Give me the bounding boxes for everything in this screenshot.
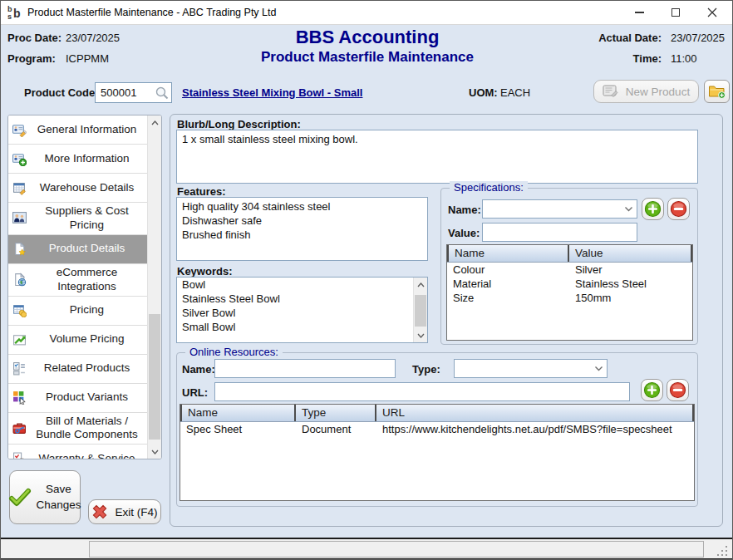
keyword-item[interactable]: Bowl — [177, 278, 413, 292]
svg-text:s: s — [7, 12, 12, 21]
scroll-down-icon[interactable] — [148, 445, 161, 458]
column-header[interactable]: Name — [447, 245, 569, 262]
sidebar-item-label: Suppliers & Cost Pricing — [8, 203, 147, 234]
maximize-button[interactable] — [661, 1, 691, 24]
folder-add-icon — [708, 83, 726, 100]
resource-add-button[interactable] — [641, 379, 663, 401]
sidebar-item-volume-pricing[interactable]: Volume Pricing — [8, 326, 147, 355]
close-button[interactable] — [697, 1, 727, 24]
column-header[interactable]: Value — [569, 245, 692, 262]
table-cell: Silver — [569, 263, 692, 277]
sidebar-item-ecommerce-integrations[interactable]: eCommerce Integrations — [8, 264, 147, 297]
resource-remove-button[interactable] — [667, 379, 689, 401]
resource-url-input[interactable] — [214, 382, 630, 401]
uom-value: EACH — [500, 86, 530, 99]
remove-icon — [669, 381, 686, 399]
keyword-item[interactable]: Stainless Steel Bowl — [177, 292, 413, 306]
table-row[interactable]: Spec SheetDocumenthttps://www.kitchendel… — [180, 422, 694, 436]
sidebar-item-more-information[interactable]: More Information — [8, 145, 147, 174]
sidebar-scrollbar[interactable] — [147, 115, 161, 459]
blurb-textarea[interactable]: 1 x small stainless steel mixing bowl. — [176, 130, 698, 184]
new-product-button[interactable]: New Product — [593, 80, 699, 103]
sidebar-item-label: Warranty & Service — [8, 450, 147, 459]
proc-date-value: 23/07/2025 — [66, 32, 120, 44]
sidebar-item-label: eCommerce Integrations — [8, 264, 147, 296]
sidebar-item-label: General Information — [8, 121, 147, 139]
scrollbar-thumb[interactable] — [149, 314, 160, 440]
scrollbar-thumb[interactable] — [415, 295, 426, 327]
specifications-group: Specifications: Name: Value: NameValueCo… — [440, 188, 698, 345]
sidebar-item-label: More Information — [8, 150, 147, 168]
sidebar-item-warehouse-details[interactable]: Warehouse Details — [8, 174, 147, 203]
sidebar-item-bill-of-materials-bundle-components[interactable]: Bill of Materials / Bundle Components — [8, 413, 147, 445]
sidebar-item-label: Product Variants — [8, 389, 147, 406]
scroll-up-icon[interactable] — [414, 278, 427, 291]
save-changes-button[interactable]: Save Changes — [9, 470, 81, 524]
save-changes-label: Save Changes — [36, 482, 81, 512]
resource-name-label: Name: — [182, 363, 215, 376]
keywords-scrollbar[interactable] — [413, 278, 427, 342]
table-cell: Document — [296, 422, 376, 436]
page-globe-icon — [12, 273, 27, 287]
sidebar-item-related-products[interactable]: Related Products — [8, 355, 147, 384]
resize-grip[interactable] — [716, 545, 727, 556]
card-edit-icon — [12, 123, 27, 137]
specifications-table[interactable]: NameValueColourSilverMaterialStainless S… — [446, 244, 693, 341]
exit-button[interactable]: Exit (F4) — [88, 499, 161, 524]
features-label: Features: — [177, 185, 226, 198]
spec-add-button[interactable] — [642, 198, 664, 220]
keywords-listbox[interactable]: BowlStainless Steel BowlSilver BowlSmall… — [176, 277, 428, 343]
sidebar-item-label: Volume Pricing — [8, 331, 147, 348]
sidebar-item-label: Pricing — [8, 302, 147, 319]
features-textarea[interactable]: High quality 304 stainless steel Dishwas… — [176, 197, 428, 261]
table-row[interactable]: MaterialStainless Steel — [447, 277, 692, 291]
warranty-stamp-icon — [12, 452, 27, 459]
table-cell: Spec Sheet — [180, 422, 296, 436]
maximize-icon — [672, 8, 680, 17]
suppliers-icon — [12, 211, 27, 225]
column-header[interactable]: Type — [296, 405, 376, 421]
open-folder-button[interactable] — [704, 80, 730, 103]
keyword-item[interactable]: Small Bowl — [177, 320, 413, 334]
product-description-link[interactable]: Stainless Steel Mixing Bowl - Small — [182, 86, 362, 99]
time-value: 11:00 — [671, 52, 697, 65]
sidebar-item-label: Related Products — [8, 360, 147, 377]
minimize-button[interactable] — [624, 1, 654, 24]
table-header-row: NameTypeURL — [180, 405, 694, 422]
sidebar-item-warranty-service[interactable]: Warranty & Service — [8, 445, 147, 459]
resource-type-combobox[interactable] — [454, 359, 608, 378]
product-code-input[interactable]: 500001 — [95, 82, 172, 103]
column-header[interactable]: URL — [376, 405, 694, 421]
table-row[interactable]: Size150mm — [447, 291, 692, 305]
resource-type-label: Type: — [412, 363, 440, 376]
online-resources-table[interactable]: NameTypeURLSpec SheetDocumenthttps://www… — [180, 404, 695, 501]
table-cell: Size — [447, 291, 569, 305]
window-title: Product Masterfile Maintenance - ABC Tra… — [27, 7, 276, 18]
table-row[interactable]: ColourSilver — [447, 263, 692, 277]
sidebar-item-product-details[interactable]: Product Details — [8, 235, 147, 264]
sidebar-item-pricing[interactable]: Pricing — [8, 297, 147, 326]
spec-remove-button[interactable] — [667, 198, 690, 220]
spec-name-combobox[interactable] — [482, 199, 637, 219]
chevron-down-icon — [624, 206, 633, 212]
search-icon[interactable] — [155, 86, 170, 101]
title-bar: bsb Product Masterfile Maintenance - ABC… — [1, 1, 732, 25]
page-star-icon — [12, 242, 27, 256]
table-cell: https://www.kitchendelights.net.au/pdf/S… — [376, 422, 694, 436]
sidebar-item-product-variants[interactable]: Product Variants — [8, 384, 147, 413]
spec-value-input[interactable] — [482, 223, 637, 242]
resource-name-input[interactable] — [214, 359, 396, 378]
new-product-label: New Product — [626, 86, 690, 98]
product-code-value: 500001 — [101, 86, 155, 99]
sidebar-item-general-information[interactable]: General Information — [8, 115, 147, 145]
actual-date-label: Actual Date: — [574, 32, 662, 44]
scroll-up-icon[interactable] — [148, 116, 161, 129]
table-cell: Stainless Steel — [569, 277, 692, 291]
keyword-item[interactable]: Silver Bowl — [177, 306, 413, 320]
sidebar-item-suppliers-cost-pricing[interactable]: Suppliers & Cost Pricing — [8, 203, 147, 235]
product-code-label: Product Code: — [24, 86, 99, 99]
related-list-icon — [12, 361, 27, 376]
svg-text:b: b — [13, 7, 21, 20]
column-header[interactable]: Name — [180, 405, 296, 421]
scroll-down-icon[interactable] — [414, 329, 427, 341]
